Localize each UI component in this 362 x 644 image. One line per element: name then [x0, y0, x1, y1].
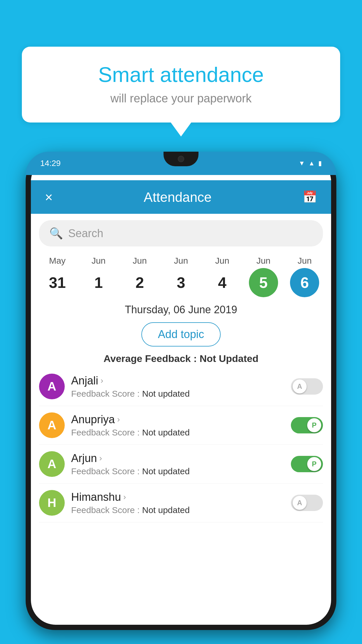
feedback-value: Not updated: [142, 428, 189, 437]
toggle-knob: A: [293, 496, 307, 510]
student-name: Arjun ›: [71, 452, 284, 465]
attendance-toggle[interactable]: A: [291, 378, 323, 395]
battery-icon: ▮: [318, 160, 322, 167]
student-feedback: Feedback Score : Not updated: [71, 466, 284, 476]
date-number[interactable]: 2: [125, 268, 154, 297]
signal-icon: ▲: [308, 160, 315, 167]
avatar: H: [39, 490, 65, 516]
search-icon: 🔍: [49, 227, 63, 240]
avg-feedback-value: Not Updated: [200, 353, 259, 364]
student-info: Himanshu ›Feedback Score : Not updated: [71, 491, 284, 515]
toggle-container[interactable]: A: [291, 378, 323, 395]
avatar: A: [39, 451, 65, 477]
date-month-label: Jun: [298, 256, 312, 266]
bubble-title: Smart attendance: [39, 63, 323, 87]
calendar-icon[interactable]: 📅: [303, 190, 317, 204]
avatar: A: [39, 374, 65, 399]
avg-feedback-prefix: Average Feedback :: [103, 353, 199, 364]
chevron-right-icon: ›: [123, 492, 126, 502]
toggle-container[interactable]: A: [291, 495, 323, 511]
status-time: 14:29: [40, 159, 61, 168]
date-number[interactable]: 5: [249, 268, 278, 297]
date-month-label: Jun: [215, 256, 229, 266]
student-feedback: Feedback Score : Not updated: [71, 428, 284, 438]
search-placeholder: Search: [68, 227, 103, 240]
date-cell[interactable]: Jun4: [203, 256, 241, 297]
student-item[interactable]: AAnupriya ›Feedback Score : Not updatedP: [39, 406, 323, 445]
feedback-value: Not updated: [142, 466, 189, 476]
header-title: Attendance: [144, 189, 212, 205]
student-info: Anupriya ›Feedback Score : Not updated: [71, 413, 284, 438]
date-cell[interactable]: Jun6: [286, 256, 324, 297]
avg-feedback: Average Feedback : Not Updated: [31, 353, 331, 364]
toggle-knob: A: [293, 379, 307, 393]
chevron-right-icon: ›: [117, 415, 120, 424]
add-topic-button[interactable]: Add topic: [141, 322, 221, 346]
toggle-container[interactable]: P: [291, 417, 323, 433]
student-info: Anjali ›Feedback Score : Not updated: [71, 374, 284, 399]
date-cell[interactable]: Jun3: [162, 256, 200, 297]
wifi-icon: ▼: [298, 160, 305, 167]
student-list: AAnjali ›Feedback Score : Not updatedAAA…: [31, 367, 331, 522]
feedback-value: Not updated: [142, 505, 189, 515]
date-month-label: Jun: [256, 256, 270, 266]
date-month-label: Jun: [133, 256, 147, 266]
app-header: × Attendance 📅: [31, 180, 331, 214]
avatar: A: [39, 412, 65, 438]
student-item[interactable]: HHimanshu ›Feedback Score : Not updatedA: [39, 484, 323, 522]
date-number[interactable]: 31: [43, 268, 72, 297]
toggle-knob: P: [307, 418, 321, 432]
date-cell[interactable]: Jun1: [80, 256, 117, 297]
close-button[interactable]: ×: [45, 189, 53, 205]
student-feedback: Feedback Score : Not updated: [71, 389, 284, 399]
chevron-right-icon: ›: [99, 454, 102, 463]
date-number[interactable]: 1: [84, 268, 113, 297]
phone-notch: [164, 152, 198, 166]
date-cell[interactable]: May31: [38, 256, 76, 297]
attendance-toggle[interactable]: P: [291, 417, 323, 433]
camera: [178, 156, 184, 162]
status-icons: ▼ ▲ ▮: [298, 160, 322, 167]
selected-date-label: Thursday, 06 June 2019: [31, 304, 331, 316]
feedback-value: Not updated: [142, 389, 189, 398]
student-name: Anupriya ›: [71, 413, 284, 426]
date-month-label: Jun: [174, 256, 188, 266]
phone-screen: × Attendance 📅 🔍 Search May31Jun1Jun2Jun…: [31, 157, 331, 625]
date-number[interactable]: 3: [166, 268, 196, 297]
student-item[interactable]: AAnjali ›Feedback Score : Not updatedA: [39, 367, 323, 406]
bubble-subtitle: will replace your paperwork: [39, 92, 323, 105]
phone-outer: 14:29 ▼ ▲ ▮ × Attendance 📅 🔍 Search: [26, 152, 336, 630]
search-bar[interactable]: 🔍 Search: [39, 220, 323, 246]
phone-container: 14:29 ▼ ▲ ▮ × Attendance 📅 🔍 Search: [26, 152, 336, 644]
student-name: Himanshu ›: [71, 491, 284, 503]
toggle-knob: P: [307, 457, 321, 471]
date-row: May31Jun1Jun2Jun3Jun4Jun5Jun6: [31, 253, 331, 297]
toggle-container[interactable]: P: [291, 456, 323, 472]
date-month-label: May: [49, 256, 66, 266]
student-info: Arjun ›Feedback Score : Not updated: [71, 452, 284, 476]
attendance-toggle[interactable]: P: [291, 456, 323, 472]
speech-bubble: Smart attendance will replace your paper…: [22, 47, 340, 123]
date-month-label: Jun: [92, 256, 106, 266]
date-cell[interactable]: Jun2: [121, 256, 159, 297]
date-number[interactable]: 4: [208, 268, 237, 297]
attendance-toggle[interactable]: A: [291, 495, 323, 511]
chevron-right-icon: ›: [101, 376, 103, 385]
date-cell[interactable]: Jun5: [245, 256, 282, 297]
student-feedback: Feedback Score : Not updated: [71, 505, 284, 515]
date-number[interactable]: 6: [290, 268, 319, 297]
student-item[interactable]: AArjun ›Feedback Score : Not updatedP: [39, 445, 323, 484]
student-name: Anjali ›: [71, 374, 284, 387]
